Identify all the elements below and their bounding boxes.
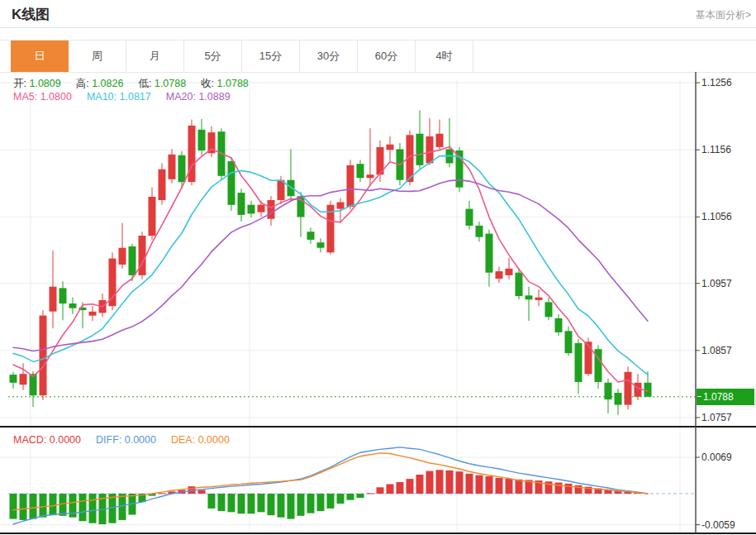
macd-bar-positive (476, 475, 483, 494)
price-tick-1.0757: 1.0757 (701, 412, 732, 423)
legend-ohlc-close: 收: 1.0788 (201, 78, 249, 89)
legend-ohlc-high: 高: 1.0826 (76, 78, 124, 89)
macd-bar-negative (238, 494, 245, 514)
tab-4hour[interactable]: 4时 (416, 41, 473, 72)
candle-body-up (139, 236, 146, 275)
macd-tick--0.0059: -0.0059 (701, 519, 735, 531)
candle-body-down (307, 232, 315, 240)
candle-body-down (486, 234, 493, 273)
macd-bar-positive (456, 471, 464, 494)
ma5-line (13, 146, 648, 391)
candle-body-down (575, 343, 582, 382)
macd-bar-positive (436, 470, 444, 494)
candle-body-down (69, 303, 77, 308)
candle-body-up (40, 316, 47, 396)
candle-body-down (198, 130, 206, 150)
macd-bar-negative (89, 494, 97, 523)
macd-bar-positive (159, 493, 166, 494)
candle-body-up (496, 271, 503, 279)
candle-body-up (387, 145, 394, 150)
chart-canvas[interactable] (0, 70, 756, 535)
candle-body-down (565, 331, 573, 353)
candle-body-up (347, 165, 354, 207)
macd-bar-negative (208, 494, 216, 509)
legend-ohlc-open: 开: 1.0809 (13, 78, 61, 89)
page-title: K线图 (12, 5, 50, 24)
macd-bar-negative (337, 494, 345, 504)
badge-value: 1.0788 (703, 391, 734, 403)
macd-bar-positive (555, 483, 563, 494)
legend-ma-ma20: MA20: 1.0889 (166, 91, 231, 103)
price-tick-1.0957: 1.0957 (701, 278, 732, 289)
macd-bar-positive (407, 479, 414, 494)
interval-tabbar: 日周月5分15分30分60分4时 (0, 40, 756, 73)
macd-bar-negative (218, 494, 226, 511)
tab-60min[interactable]: 60分 (358, 41, 416, 72)
ohlc-legend: 开: 1.0809高: 1.0826低: 1.0788收: 1.0788 (13, 77, 264, 91)
legend-macd-dea: DEA: 0.0000 (171, 434, 230, 446)
macd-legend: MACD: 0.0000DIFF: 0.0000DEA: 0.0000 (13, 434, 245, 446)
candle-body-up (169, 155, 176, 179)
macd-bar-negative (228, 494, 235, 512)
candles-group (10, 110, 652, 415)
ma-legend: MA5: 1.0800MA10: 1.0817MA20: 1.0889 (13, 91, 245, 103)
price-tick-1.1156: 1.1156 (701, 144, 731, 155)
badge-tick (697, 396, 701, 398)
legend-ohlc-low: 低: 1.0788 (138, 78, 186, 89)
macd-tick-0.0069: 0.0069 (701, 451, 732, 463)
candle-body-up (585, 342, 592, 374)
macd-bar-negative (357, 494, 364, 498)
candle-body-up (188, 126, 196, 182)
tab-week[interactable]: 周 (69, 41, 126, 72)
candle-body-down (416, 134, 424, 165)
tab-5min[interactable]: 5分 (184, 41, 242, 72)
last-price-badge: 1.0788 (697, 389, 754, 405)
candle-body-down (615, 393, 622, 405)
candle-body-down (525, 295, 533, 299)
candle-body-up (149, 197, 156, 236)
candle-body-up (119, 248, 126, 265)
candle-body-down (248, 205, 255, 214)
legend-macd-diff: DIFF: 0.0000 (96, 434, 156, 446)
macd-bar-positive (397, 482, 404, 494)
legend-ma-ma10: MA10: 1.0817 (87, 91, 151, 103)
macd-bar-negative (40, 494, 47, 518)
macd-bar-negative (10, 494, 17, 519)
candle-body-up (89, 312, 97, 316)
legend-ma-ma5: MA5: 1.0800 (13, 91, 72, 103)
candle-body-down (476, 226, 483, 237)
diff-line (13, 447, 648, 524)
macd-bar-negative (119, 494, 126, 520)
candle-body-down (357, 164, 364, 178)
candle-body-down (178, 155, 186, 183)
candle-body-down (317, 242, 325, 248)
macd-bar-negative (297, 494, 305, 516)
macd-bar-negative (20, 494, 27, 520)
macd-bar-positive (387, 485, 394, 494)
candle-body-up (20, 374, 27, 385)
macd-bar-positive (565, 484, 573, 494)
macd-bar-negative (317, 494, 325, 511)
macd-bar-negative (79, 494, 87, 521)
macd-bar-positive (377, 487, 384, 494)
tab-15min[interactable]: 15分 (242, 41, 300, 72)
candle-body-up (50, 287, 57, 312)
macd-bar-negative (347, 494, 354, 500)
header-divider (0, 27, 756, 28)
tab-30min[interactable]: 30分 (300, 41, 358, 72)
macd-bar-negative (288, 494, 295, 519)
macd-bar-negative (307, 494, 315, 514)
price-tick-1.1056: 1.1056 (701, 211, 732, 222)
macd-bar-positive (486, 476, 493, 494)
macd-bar-negative (248, 494, 255, 514)
candle-body-up (535, 298, 543, 300)
tab-month[interactable]: 月 (126, 41, 184, 72)
candle-body-down (555, 318, 563, 332)
candle-body-up (258, 205, 265, 213)
ma10-line (13, 155, 648, 375)
candle-body-up (635, 383, 642, 397)
tab-day[interactable]: 日 (11, 41, 69, 72)
macd-bar-positive (446, 471, 454, 494)
fundamental-analysis-link[interactable]: 基本面分析> (696, 8, 751, 22)
macd-bar-positive (198, 490, 206, 494)
